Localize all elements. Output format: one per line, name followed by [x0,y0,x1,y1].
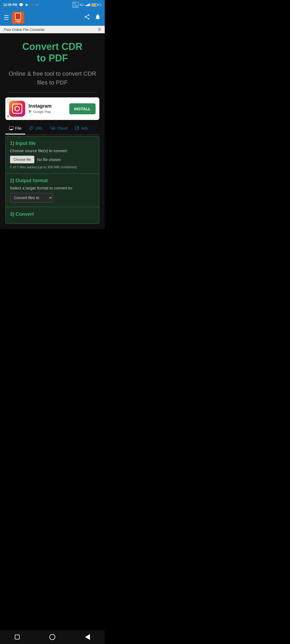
time: 12:39 PM [3,3,17,7]
file-count: 0 of 5 files added (up to 300 MB combine… [10,165,95,169]
banner-icon: ☰ [98,28,101,31]
notification-button[interactable] [95,14,101,22]
instagram-app-icon [9,101,25,117]
network-label: 4G+ [79,3,85,6]
nav-icon: ➤ [25,3,28,7]
svg-line-8 [86,17,88,19]
dots: ··· [35,3,38,7]
file-count-suffix: files added (up to 300 MB combined) [20,165,77,169]
output-format-section: 2) Output format Select a target format … [6,174,99,207]
instagram-dot [21,104,22,105]
output-section-title: 2) Output format [10,178,95,184]
tab-cloud-label: Cloud [57,126,67,130]
svg-rect-16 [10,129,13,130]
app-bar-left: ☰ CDR [4,12,24,24]
hero-subtitle: Online & free tool to convert CDR files … [5,69,99,87]
ad-close-button[interactable]: × [7,114,9,118]
svg-line-9 [86,16,88,17]
banner-strip: Free Online File Converter ☰ [0,26,105,33]
tab-ads[interactable]: Ads [71,123,92,134]
svg-point-5 [88,14,89,16]
svg-rect-3 [89,3,90,6]
main-content: Convert CDRto PDF Online & free tool to … [0,33,105,229]
signal-bars [86,3,90,7]
status-right: VoLTE 4G+ 71 [73,2,102,8]
volte-icon: VoLTE [73,2,78,8]
divider [8,92,97,93]
game-icon: 🎮 [30,3,34,7]
convert-area: 1) Input file Choose source file(s) to c… [5,136,99,224]
input-file-section: 1) Input file Choose source file(s) to c… [6,136,99,174]
tab-bar: File URL Cloud Ads [5,123,99,135]
convert-section-title: 3) Convert [10,211,95,217]
svg-rect-17 [10,130,12,130]
svg-rect-19 [75,126,78,130]
svg-rect-0 [86,5,86,6]
status-bar: 12:39 PM 💬 ➤ 🎮 ··· VoLTE 4G+ 71 [0,0,105,10]
app-bar-right [84,14,101,22]
tab-ads-label: Ads [81,126,88,130]
install-button[interactable]: INSTALL [69,103,96,114]
ad-store-info: Google Play [28,109,66,114]
svg-rect-4 [90,3,90,6]
tab-file[interactable]: File [5,123,25,134]
file-count-max: 5 [17,165,19,169]
output-section-desc: Select a target format to convert to: [10,186,95,190]
ad-store-label: Google Play [33,110,51,114]
whatsapp-icon: 💬 [19,3,23,7]
app-bar: ☰ CDR [0,10,105,26]
svg-point-7 [88,18,89,20]
tab-cloud[interactable]: Cloud [47,123,71,134]
format-select[interactable]: Convert files to: PDF [10,193,53,203]
svg-point-6 [85,16,86,18]
ad-app-name: Instagram [28,103,66,109]
tab-url-label: URL [35,126,43,130]
input-section-desc: Choose source file(s) to convert: [10,148,95,153]
app-icon-paper [15,13,21,20]
ad-text-area: Instagram Google Play [28,103,66,114]
nav-spacer [0,229,105,245]
svg-line-20 [77,127,78,129]
convert-section: 3) Convert [6,207,99,224]
banner-text: Free Online File Converter [4,28,45,32]
tab-file-label: File [15,126,21,130]
battery-pct: 71 [99,3,102,6]
share-button[interactable] [84,14,90,22]
choose-file-button[interactable]: Choose file [10,156,34,163]
svg-rect-2 [88,4,89,6]
battery-indicator [92,3,97,6]
input-section-title: 1) Input file [10,141,95,146]
menu-button[interactable]: ☰ [4,14,9,21]
svg-rect-1 [87,5,88,6]
app-logo: CDR [12,12,24,24]
tab-url[interactable]: URL [25,123,47,134]
battery-fill [92,4,96,6]
file-count-current: 0 [10,165,12,169]
file-input-row: Choose file No file chosen [10,156,95,163]
svg-rect-15 [9,126,13,129]
status-left: 12:39 PM 💬 ➤ 🎮 ··· [3,3,38,7]
no-file-text: No file chosen [37,158,61,162]
play-store-icon [28,109,32,114]
ad-banner: ⓘ × Instagram Google Play INSTAL [5,97,99,120]
hero-title: Convert CDRto PDF [5,41,99,64]
